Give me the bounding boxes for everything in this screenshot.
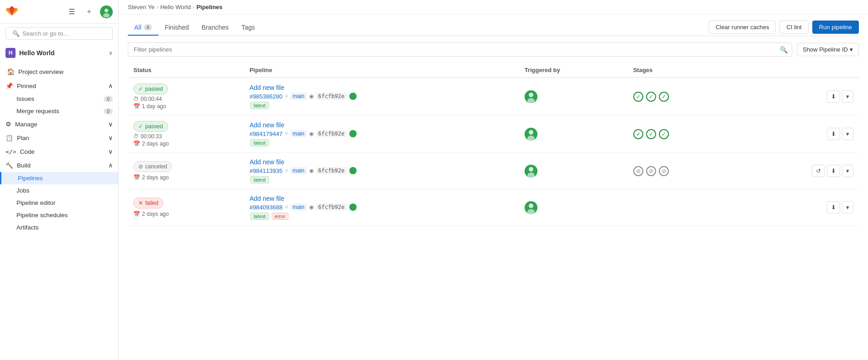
pipeline-id-1[interactable]: #985386280 bbox=[249, 93, 282, 100]
download-button-2[interactable]: ⬇ bbox=[827, 128, 840, 140]
stage-icon-3-1[interactable]: ⊘ bbox=[633, 166, 643, 176]
action-cell-4: ⬇ ▾ bbox=[736, 189, 859, 226]
plus-icon[interactable]: ＋ bbox=[83, 5, 95, 18]
branch-icon-4: ⑂ bbox=[285, 204, 288, 210]
pipeline-id-2[interactable]: #984179447 bbox=[249, 130, 282, 137]
trigger-user-avatar-2 bbox=[525, 128, 537, 141]
dropdown-button-2[interactable]: ▾ bbox=[842, 128, 853, 140]
triggered-by-cell-3 bbox=[519, 153, 628, 189]
download-button-1[interactable]: ⬇ bbox=[827, 90, 840, 103]
time-info-1: ⏱ 00:00:44 bbox=[133, 96, 238, 102]
action-buttons-4: ⬇ ▾ bbox=[742, 201, 853, 214]
project-avatar: H bbox=[5, 48, 16, 58]
stage-icon-1-1[interactable]: ✓ bbox=[633, 92, 643, 102]
tabs: All 4 Finished Branches Tags bbox=[128, 20, 261, 36]
pipeline-title-link-2[interactable]: Add new file bbox=[249, 121, 284, 129]
sidebar-section-build[interactable]: 🔨 Build ∧ bbox=[0, 158, 118, 172]
sidebar-item-pipeline-editor[interactable]: Pipeline editor bbox=[0, 197, 118, 209]
tab-finished[interactable]: Finished bbox=[158, 20, 195, 36]
pipeline-meta-1: #985386280 ⑂ main ◉ 6fcfb92e bbox=[249, 93, 513, 100]
stage-icon-3-2[interactable]: ⊘ bbox=[646, 166, 656, 176]
stage-icon-1-3[interactable]: ✓ bbox=[659, 92, 669, 102]
sidebar-top: ☰ ＋ bbox=[0, 0, 118, 24]
tab-tags[interactable]: Tags bbox=[235, 20, 262, 36]
filter-input-wrap: 🔍 bbox=[128, 42, 792, 57]
table-row: ✓ passed ⏱ 00:00:33 📅 2 days ago bbox=[128, 115, 859, 153]
gitlab-logo[interactable] bbox=[5, 5, 18, 19]
filter-search-icon: 🔍 bbox=[780, 46, 788, 53]
branch-badge-2: main bbox=[290, 130, 307, 137]
sidebar-section-code[interactable]: </> Code ∨ bbox=[0, 145, 118, 158]
stages-cell-2: ✓ ✓ ✓ bbox=[628, 115, 736, 153]
calendar-icon: 📅 bbox=[133, 174, 140, 181]
pipeline-title-link-1[interactable]: Add new file bbox=[249, 84, 284, 91]
dropdown-button-1[interactable]: ▾ bbox=[842, 90, 853, 103]
pipeline-id-3[interactable]: #984113935 bbox=[249, 167, 282, 174]
commit-icon-3: ◉ bbox=[309, 167, 314, 174]
home-icon: 🏠 bbox=[6, 68, 15, 76]
user-avatar-icon[interactable] bbox=[100, 5, 113, 18]
search-placeholder: Search or go to... bbox=[22, 30, 68, 37]
chevron-down-icon: ∨ bbox=[108, 134, 113, 141]
filter-input[interactable] bbox=[128, 42, 792, 57]
commit-icon-2: ◉ bbox=[309, 130, 314, 137]
pipeline-title-link-3[interactable]: Add new file bbox=[249, 158, 284, 166]
sidebar-section-plan[interactable]: 📋 Plan ∨ bbox=[0, 131, 118, 145]
merge-requests-badge: 0 bbox=[104, 108, 113, 115]
stage-icon-3-3[interactable]: ⊘ bbox=[659, 166, 669, 176]
sidebar-item-issues[interactable]: Issues 0 bbox=[0, 93, 118, 105]
chevron-up-icon: ∧ bbox=[108, 162, 113, 169]
sidebar-item-artifacts[interactable]: Artifacts bbox=[0, 221, 118, 234]
stage-icon-2-1[interactable]: ✓ bbox=[633, 129, 643, 139]
filter-row: 🔍 Show Pipeline ID ▾ bbox=[128, 42, 859, 57]
pipeline-title-link-4[interactable]: Add new file bbox=[249, 195, 284, 202]
ci-lint-button[interactable]: CI lint bbox=[779, 21, 808, 34]
commit-hash-2: 6fcfb92e bbox=[316, 130, 347, 137]
col-pipeline: Pipeline bbox=[244, 63, 519, 78]
status-cell-1: ✓ passed ⏱ 00:00:44 📅 1 day ago bbox=[128, 78, 244, 115]
search-bar[interactable]: 🔍 Search or go to... bbox=[5, 27, 113, 40]
tag-latest-3: latest bbox=[250, 176, 268, 183]
stage-icon-2-3[interactable]: ✓ bbox=[659, 129, 669, 139]
sidebar-item-label: Project overview bbox=[18, 68, 63, 75]
download-button-4[interactable]: ⬇ bbox=[827, 201, 840, 214]
commit-icon-4: ◉ bbox=[309, 204, 314, 210]
breadcrumb: Steven Ye › Hello World › Pipelines bbox=[119, 0, 868, 15]
tab-all-count: 4 bbox=[144, 24, 152, 31]
table-row: ✓ passed ⏱ 00:00:44 📅 1 day ago bbox=[128, 78, 859, 115]
status-badge-passed-1: ✓ passed bbox=[133, 83, 168, 94]
sidebar-item-project-overview[interactable]: 🏠 Project overview bbox=[0, 64, 118, 79]
dropdown-button-3[interactable]: ▾ bbox=[842, 165, 853, 177]
sidebar-section-manage[interactable]: ⚙ Manage ∨ bbox=[0, 117, 118, 131]
calendar-icon: 📅 bbox=[133, 103, 140, 110]
stage-icon-2-2[interactable]: ✓ bbox=[646, 129, 656, 139]
svg-point-9 bbox=[529, 130, 533, 135]
calendar-icon: 📅 bbox=[133, 211, 140, 217]
tab-all[interactable]: All 4 bbox=[128, 20, 158, 36]
breadcrumb-hello-world[interactable]: Hello World bbox=[160, 4, 191, 10]
triggered-by-cell-1 bbox=[519, 78, 628, 115]
search-icon: 🔍 bbox=[12, 30, 20, 37]
retry-button-3[interactable]: ↺ bbox=[812, 165, 825, 177]
run-pipeline-button[interactable]: Run pipeline bbox=[812, 21, 859, 34]
sidebar-item-jobs[interactable]: Jobs bbox=[0, 184, 118, 197]
breadcrumb-steven-ye[interactable]: Steven Ye bbox=[128, 4, 155, 10]
project-header[interactable]: H Hello World ∨ bbox=[0, 43, 118, 63]
sidebar-item-pipelines[interactable]: Pipelines bbox=[0, 172, 118, 184]
commit-hash-1: 6fcfb92e bbox=[316, 93, 347, 100]
download-button-3[interactable]: ⬇ bbox=[827, 165, 840, 177]
calendar-icon: 📅 bbox=[133, 141, 140, 147]
clear-runner-caches-button[interactable]: Clear runner caches bbox=[709, 21, 776, 34]
sidebar-item-pipeline-schedules[interactable]: Pipeline schedules bbox=[0, 209, 118, 221]
svg-point-5 bbox=[529, 93, 533, 97]
tag-latest-4: latest bbox=[250, 213, 268, 220]
sidebar-section-pinned[interactable]: 📌 Pinned ∧ bbox=[0, 79, 118, 93]
sidebar-toggle-icon[interactable]: ☰ bbox=[65, 5, 78, 18]
trigger-user-avatar-1 bbox=[525, 90, 537, 103]
show-pipeline-id-button[interactable]: Show Pipeline ID ▾ bbox=[797, 43, 859, 56]
tab-branches[interactable]: Branches bbox=[195, 20, 235, 36]
sidebar-item-merge-requests[interactable]: Merge requests 0 bbox=[0, 105, 118, 117]
pipeline-id-4[interactable]: #984093688 bbox=[249, 204, 282, 211]
stage-icon-1-2[interactable]: ✓ bbox=[646, 92, 656, 102]
dropdown-button-4[interactable]: ▾ bbox=[842, 201, 853, 214]
